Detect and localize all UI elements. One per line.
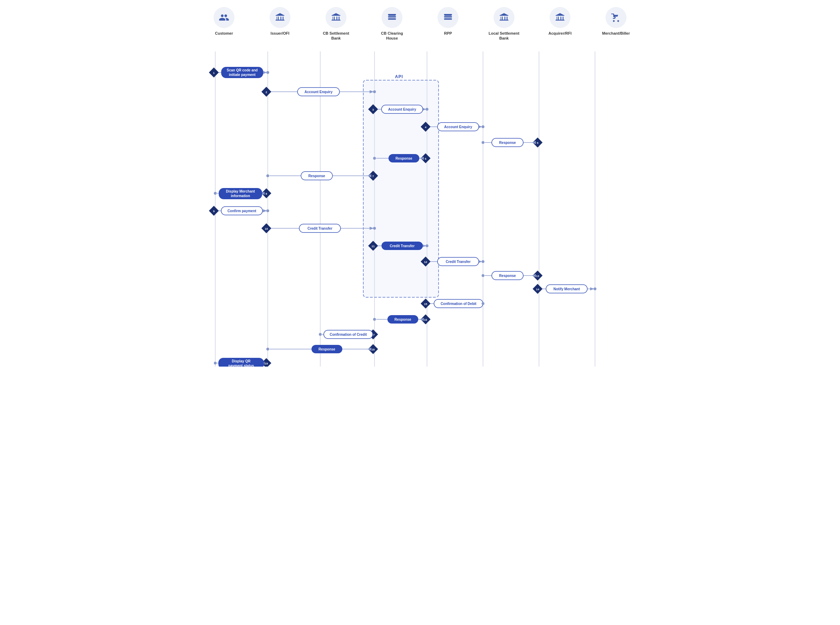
- svg-text:Display QR: Display QR: [232, 359, 251, 363]
- svg-point-52: [373, 157, 376, 160]
- actor-acquirer: Acquirer/RFI: [539, 7, 581, 36]
- svg-text:Response: Response: [396, 157, 412, 160]
- svg-point-65: [214, 192, 217, 195]
- svg-point-125: [266, 348, 269, 350]
- actors-row: Customer Issuer/OFI CB SettlementBank: [193, 7, 647, 41]
- svg-text:16: 16: [424, 318, 427, 322]
- rpp-label: RPP: [444, 31, 452, 36]
- svg-text:Response: Response: [394, 317, 411, 322]
- acquirer-label: Acquirer/RFI: [548, 31, 571, 36]
- svg-point-58: [266, 174, 269, 177]
- actor-customer: Customer: [203, 7, 245, 36]
- svg-point-132: [214, 362, 217, 364]
- svg-text:API: API: [395, 74, 403, 79]
- cb-clearing-label: CB ClearingHouse: [381, 31, 403, 41]
- svg-text:Response: Response: [499, 141, 516, 145]
- actor-rpp: RPP: [427, 7, 469, 36]
- svg-text:8: 8: [266, 192, 267, 195]
- svg-text:Account Enquiry: Account Enquiry: [444, 125, 472, 129]
- svg-rect-4: [444, 16, 452, 17]
- svg-text:Confirm payment: Confirm payment: [228, 209, 256, 213]
- local-settlement-icon: [494, 7, 514, 28]
- issuer-icon: [270, 7, 290, 28]
- cb-clearing-icon: [382, 7, 402, 28]
- svg-text:2: 2: [266, 91, 267, 94]
- svg-text:1: 1: [213, 72, 215, 75]
- svg-text:Confirmation of Credit: Confirmation of Credit: [330, 333, 367, 336]
- svg-point-71: [266, 209, 269, 212]
- svg-point-101: [594, 288, 596, 290]
- acquirer-icon: [550, 7, 570, 28]
- svg-text:information: information: [231, 194, 250, 198]
- svg-text:Account Enquiry: Account Enquiry: [304, 90, 332, 94]
- svg-rect-3: [444, 14, 452, 16]
- svg-text:3: 3: [373, 108, 374, 111]
- svg-text:18: 18: [372, 348, 375, 351]
- cb-settlement-icon: [326, 7, 346, 28]
- svg-text:14: 14: [536, 288, 539, 291]
- svg-text:Response: Response: [499, 274, 516, 278]
- svg-text:payment status: payment status: [228, 364, 254, 367]
- svg-point-83: [425, 244, 429, 247]
- customer-icon: [214, 7, 234, 28]
- actor-local-settlement: Local SettlementBank: [483, 7, 525, 41]
- svg-text:Account Enquiry: Account Enquiry: [388, 107, 416, 111]
- svg-rect-2: [388, 19, 396, 20]
- svg-text:initiate payment: initiate payment: [229, 73, 256, 77]
- svg-point-107: [481, 302, 484, 305]
- svg-text:10: 10: [265, 227, 268, 230]
- merchant-icon: [606, 7, 626, 28]
- svg-point-113: [373, 318, 376, 321]
- actor-merchant: Merchant/Biller: [595, 7, 637, 36]
- svg-text:4: 4: [425, 126, 427, 129]
- svg-text:9: 9: [213, 210, 215, 213]
- svg-rect-5: [444, 19, 452, 20]
- customer-label: Customer: [215, 31, 233, 36]
- rpp-icon: [438, 7, 458, 28]
- actor-cb-clearing: CB ClearingHouse: [371, 7, 413, 41]
- svg-text:Response: Response: [308, 174, 325, 178]
- svg-text:Notify Merchant: Notify Merchant: [553, 287, 580, 291]
- svg-text:7: 7: [373, 175, 374, 178]
- svg-point-22: [266, 71, 269, 74]
- svg-point-46: [481, 141, 484, 144]
- svg-rect-0: [388, 14, 396, 16]
- actor-issuer: Issuer/OFI: [259, 7, 301, 36]
- svg-text:19: 19: [265, 362, 268, 365]
- issuer-label: Issuer/OFI: [270, 31, 289, 36]
- cb-settlement-label: CB SettlementBank: [323, 31, 349, 41]
- svg-text:Display Merchant: Display Merchant: [226, 190, 255, 193]
- svg-point-89: [481, 260, 484, 263]
- sequence-diagram: API 1 Scan QR code and initiate payment …: [193, 51, 647, 367]
- svg-text:Scan QR code and: Scan QR code and: [227, 68, 258, 72]
- svg-point-95: [481, 274, 484, 277]
- svg-point-28: [373, 90, 376, 93]
- svg-text:6: 6: [425, 157, 427, 160]
- svg-text:15: 15: [424, 303, 427, 306]
- svg-point-40: [481, 125, 484, 128]
- svg-text:Credit Transfer: Credit Transfer: [446, 260, 470, 264]
- svg-rect-1: [388, 16, 396, 17]
- svg-text:Credit Transfer: Credit Transfer: [390, 244, 415, 248]
- svg-text:13: 13: [536, 275, 539, 278]
- merchant-label: Merchant/Biller: [602, 31, 630, 36]
- svg-text:12: 12: [424, 261, 427, 264]
- diagram-container: Customer Issuer/OFI CB SettlementBank: [193, 0, 647, 375]
- svg-point-34: [425, 108, 429, 110]
- svg-text:Confirmation of Debit: Confirmation of Debit: [441, 302, 477, 306]
- svg-text:11: 11: [372, 245, 375, 248]
- svg-text:5: 5: [537, 141, 539, 145]
- svg-point-77: [373, 227, 376, 230]
- svg-text:Credit Transfer: Credit Transfer: [307, 227, 332, 230]
- local-settlement-label: Local SettlementBank: [489, 31, 519, 41]
- svg-text:Response: Response: [318, 347, 335, 351]
- svg-point-119: [319, 333, 321, 336]
- actor-cb-settlement: CB SettlementBank: [315, 7, 357, 41]
